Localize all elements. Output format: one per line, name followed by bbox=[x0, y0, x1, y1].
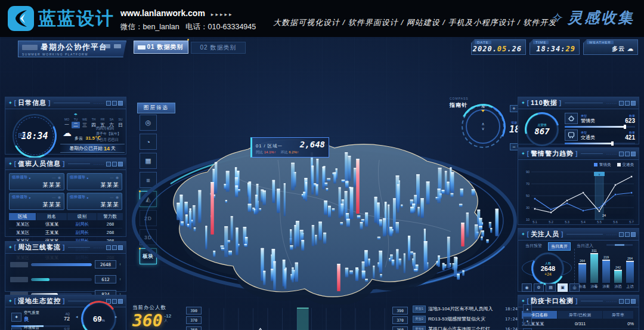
window-icon[interactable] bbox=[112, 245, 117, 250]
zoom-out-button[interactable]: − bbox=[510, 143, 518, 150]
map-tooltip: 01 / 区域一2,648 同比 14.1%↑ 环比 6.2%↑ bbox=[250, 137, 329, 158]
expand-icon[interactable] bbox=[631, 232, 636, 237]
alert-row[interactable]: 类型2RD13-53烟感报警疑似火灾17:24 bbox=[413, 314, 518, 323]
bar bbox=[578, 263, 586, 283]
panel-title: 警情警力趋势 bbox=[531, 149, 574, 158]
svg-text:90: 90 bbox=[526, 170, 530, 174]
y-tick: 370 bbox=[186, 316, 202, 324]
bar bbox=[602, 260, 610, 283]
focus-gauge: 人数 2648 +24 bbox=[532, 252, 564, 285]
rain-icon bbox=[98, 113, 107, 118]
plate-chip bbox=[101, 44, 110, 48]
bar-column: 219涉案 bbox=[602, 255, 610, 289]
svg-text:30: 30 bbox=[526, 206, 530, 209]
bar-value: 242 bbox=[615, 266, 621, 269]
bar-label: 上访 bbox=[627, 284, 634, 289]
checkpoint-rate: 0% bbox=[603, 321, 634, 326]
tab-data-category-2[interactable]: 02 数据类别 bbox=[191, 42, 246, 54]
weather-display: WEATHER 多云 ☁ bbox=[583, 39, 638, 55]
list-icon[interactable]: ▤ bbox=[546, 283, 556, 292]
card-close-icon[interactable]: ⋯ ⊗ bbox=[110, 195, 119, 199]
minimize-icon[interactable] bbox=[619, 101, 624, 106]
bar bbox=[626, 261, 634, 283]
minimize-icon[interactable] bbox=[106, 245, 111, 250]
expand-icon[interactable] bbox=[118, 299, 123, 304]
leaf-icon: ✦ bbox=[11, 313, 21, 322]
gear-icon[interactable]: ⚙ bbox=[534, 283, 544, 292]
alert-time: 18:24 bbox=[505, 307, 518, 312]
flow-bars: 2648↑612↑824↑ bbox=[5, 260, 126, 298]
window-icon[interactable] bbox=[625, 152, 630, 156]
flow-fill bbox=[31, 278, 49, 281]
scroll-thumb[interactable] bbox=[615, 244, 624, 246]
alert-row[interactable]: 类型1湿地3-104片区有不明人员闯入18:24 bbox=[413, 304, 518, 313]
column-header: 警力数 bbox=[97, 213, 123, 220]
expand-icon[interactable] bbox=[631, 152, 636, 156]
card-close-icon[interactable]: ⋯ ⊗ bbox=[52, 195, 61, 199]
inspiration-collect[interactable]: ✧ 灵感收集 bbox=[552, 8, 634, 27]
right-arrow-icon[interactable]: ▸ bbox=[115, 314, 117, 319]
card-close-icon[interactable]: ⋯ ⊗ bbox=[110, 175, 119, 180]
window-icon[interactable] bbox=[112, 162, 117, 166]
camera-icon[interactable]: ◉ bbox=[522, 283, 532, 292]
table-cell: 副局长 bbox=[67, 221, 97, 227]
compass-widget: COMPASS 指南针 N ∧∨ + 缩放 18 − bbox=[448, 97, 519, 160]
tab-data-category-1[interactable]: 01 数据类别 bbox=[134, 41, 188, 54]
panel-daily-info: ✦[ 日常信息 ]······ PM 18:34 MO一☂TU二WE三TH四FR… bbox=[5, 97, 126, 155]
window-icon[interactable] bbox=[625, 299, 630, 304]
card-name: 某某某 bbox=[12, 181, 61, 189]
panel-110-data: ✦[ 110数据 ]······ 总警情 867 类型警情类 数量623 bbox=[518, 97, 639, 144]
expand-icon[interactable] bbox=[631, 299, 636, 304]
cloud-icon: ☁ bbox=[627, 45, 634, 52]
alert-list: 类型1湿地3-104片区有不明人员闯入18:24类型2RD13-53烟感报警疑似… bbox=[413, 304, 518, 330]
dot-icon[interactable]: ● bbox=[523, 316, 532, 325]
card-close-icon[interactable]: ⋯ ⊗ bbox=[52, 175, 61, 180]
up-arrow-icon[interactable]: ▲ bbox=[523, 304, 532, 313]
y-axis-right: 390370360350340 bbox=[392, 306, 408, 330]
window-icon[interactable] bbox=[112, 299, 117, 304]
duty-leader-card: 值班领导▸⋯ ⊗某某某 bbox=[9, 193, 64, 210]
rain-icon bbox=[89, 113, 98, 118]
duty-leader-card: 值班领导▸⋯ ⊗某某某 bbox=[9, 173, 64, 190]
rain-icon bbox=[63, 113, 71, 118]
window-icon[interactable] bbox=[112, 101, 117, 106]
bar-value: 219 bbox=[603, 255, 609, 259]
panel-title: 日常信息 bbox=[18, 98, 47, 107]
focus-tab-0[interactable]: 当日预警 bbox=[523, 242, 544, 251]
minimize-icon[interactable] bbox=[619, 152, 624, 156]
window-icon[interactable] bbox=[625, 232, 630, 237]
rain-icon bbox=[80, 113, 89, 118]
left-arrow-icon[interactable]: ◂ bbox=[76, 314, 78, 319]
y-tick: 360 bbox=[186, 326, 202, 330]
redacted-label bbox=[10, 262, 28, 267]
week-cell: WE三 bbox=[80, 113, 89, 128]
minimize-icon[interactable] bbox=[106, 101, 111, 106]
alert-text: 湿地3-104片区有不明人员闯入 bbox=[428, 306, 503, 312]
zoom-in-button[interactable]: + bbox=[510, 105, 518, 112]
svg-text:30: 30 bbox=[602, 202, 606, 206]
expand-icon[interactable] bbox=[118, 245, 123, 250]
card-name: 某某某 bbox=[70, 181, 119, 189]
office-count-block: 当前办公人数 360 -12人 今日数据 历史数据 bbox=[132, 304, 194, 330]
minimize-icon[interactable] bbox=[619, 299, 624, 304]
services-list: 大数据可视化设计 / 软件界面设计 / 网站建设 / 手机及小程序设计 / 软件… bbox=[273, 17, 556, 28]
expand-icon[interactable] bbox=[631, 101, 636, 106]
platform-title: 暑期办公协作平台 bbox=[41, 43, 107, 51]
website-link[interactable]: www.lanlanwork.com bbox=[120, 8, 205, 18]
svg-text:5.5: 5.5 bbox=[597, 220, 602, 224]
wechat-label: 微信：ben_lanlan bbox=[120, 23, 179, 31]
minimize-icon[interactable] bbox=[106, 162, 111, 166]
duty-leader-card: 值班领导▸⋯ ⊗某某某 bbox=[67, 193, 122, 210]
office-trend-plot: 024681012141618202224 bbox=[203, 306, 391, 330]
minimize-icon[interactable] bbox=[619, 232, 624, 237]
focus-tab-1[interactable]: 当日离开 bbox=[548, 242, 571, 251]
plate-chip bbox=[114, 44, 121, 48]
expand-icon[interactable] bbox=[118, 101, 123, 106]
table-cell: 某某区 bbox=[9, 230, 36, 236]
expand-icon[interactable] bbox=[118, 162, 123, 166]
duty-leader-card: 值班领导▸⋯ ⊗某某某 bbox=[67, 173, 122, 190]
bar-column: 242涉恐 bbox=[614, 266, 622, 289]
badge-icon[interactable]: ▣ bbox=[558, 283, 568, 292]
window-icon[interactable] bbox=[625, 101, 630, 106]
alert-row[interactable]: 类型4某路口有小汽车连闯三个红灯16:24 bbox=[413, 325, 518, 330]
